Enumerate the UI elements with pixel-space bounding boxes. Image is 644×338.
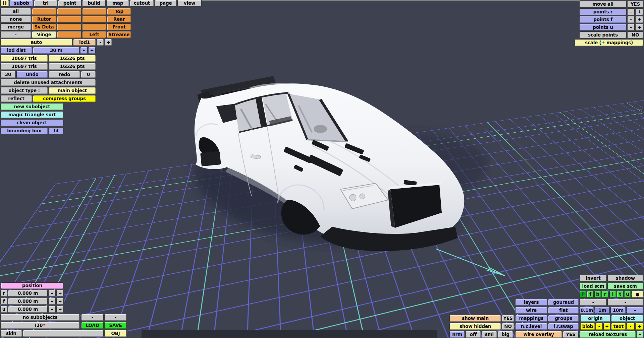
- face-t-button[interactable]: t: [617, 291, 624, 298]
- lod-plus-button[interactable]: +: [105, 39, 112, 46]
- save-button[interactable]: SAVE: [104, 322, 127, 329]
- object-button[interactable]: object: [611, 315, 643, 322]
- points-u-minus[interactable]: -: [627, 24, 635, 31]
- points-f-button[interactable]: points f: [579, 16, 627, 23]
- wire-overlay-toggle[interactable]: YES: [563, 331, 579, 338]
- points-f-plus[interactable]: +: [635, 16, 643, 23]
- text-button[interactable]: text: [611, 323, 626, 330]
- grid-size-10m-button[interactable]: 10m: [610, 307, 626, 314]
- subob-vinge[interactable]: Vinge: [32, 31, 56, 38]
- face-r-button[interactable]: r: [602, 291, 608, 298]
- menu-view[interactable]: view: [177, 0, 202, 7]
- show-main-button[interactable]: show main: [449, 315, 501, 322]
- layers-dash-button-2[interactable]: -: [607, 299, 643, 306]
- clean-object-button[interactable]: clean object: [0, 119, 64, 126]
- grid-size-01m-button[interactable]: 0.1m: [580, 307, 594, 314]
- points-r-button[interactable]: points r: [579, 8, 627, 15]
- reflect-button[interactable]: reflect: [0, 95, 32, 102]
- save-scm-button[interactable]: save scm: [607, 283, 643, 290]
- subob-rutor[interactable]: Rutor: [32, 16, 56, 23]
- gouraud-button[interactable]: gouraud: [548, 299, 579, 306]
- blob-plus-button[interactable]: +: [603, 323, 610, 330]
- undo-button[interactable]: undo: [16, 71, 48, 78]
- grid-size-1m-button[interactable]: 1m: [595, 307, 610, 314]
- grid-size-dash-button[interactable]: -: [627, 307, 643, 314]
- subobject-prev-button[interactable]: -: [81, 314, 104, 321]
- off-button[interactable]: off: [466, 331, 481, 338]
- new-subobject-button[interactable]: new subobject: [0, 103, 64, 110]
- subob-cell-empty[interactable]: [57, 8, 82, 15]
- position-f-value[interactable]: 0.000 m: [8, 298, 48, 305]
- select-all-button[interactable]: all: [0, 8, 31, 15]
- compress-groups-button[interactable]: compress groups: [33, 95, 96, 102]
- position-f-minus[interactable]: -: [48, 298, 56, 305]
- face-dot-button[interactable]: ●: [632, 291, 643, 298]
- file-name-field[interactable]: I20*: [0, 322, 80, 329]
- origin-button[interactable]: origin: [580, 315, 610, 322]
- select-dash-button[interactable]: -: [0, 31, 31, 38]
- lod-dist-plus-button[interactable]: +: [88, 47, 96, 54]
- delete-unused-attachments-button[interactable]: delete unused attachments: [0, 79, 96, 86]
- view-left-button[interactable]: Left: [82, 31, 106, 38]
- reload-textures-dash[interactable]: -: [637, 331, 643, 338]
- subob-streame[interactable]: Streame: [107, 31, 131, 38]
- wire-button[interactable]: wire: [515, 307, 547, 314]
- big-button[interactable]: big: [498, 331, 513, 338]
- view-rear-button[interactable]: Rear: [107, 16, 131, 23]
- layers-dash-button[interactable]: -: [580, 299, 607, 306]
- points-f-minus[interactable]: -: [627, 16, 635, 23]
- subob-cell-empty[interactable]: [57, 23, 82, 30]
- subob-cell-empty[interactable]: [82, 8, 106, 15]
- scale-mappings-button[interactable]: scale (+ mappings): [575, 39, 643, 46]
- magic-triangle-sort-button[interactable]: magic triangle sort: [0, 111, 64, 118]
- subob-cell-empty[interactable]: [82, 23, 106, 30]
- face-u-button[interactable]: u: [624, 291, 631, 298]
- flat-button[interactable]: flat: [548, 307, 579, 314]
- lod-minus-button[interactable]: -: [97, 39, 104, 46]
- points-u-plus[interactable]: +: [635, 24, 643, 31]
- face-f-button[interactable]: f: [587, 291, 594, 298]
- show-main-toggle[interactable]: YES: [502, 315, 514, 322]
- skin-name-field[interactable]: [23, 330, 104, 337]
- merge-button[interactable]: merge: [0, 23, 31, 30]
- lr-swap-button[interactable]: l.r.swap: [548, 323, 579, 330]
- position-r-plus[interactable]: +: [56, 290, 64, 297]
- groups-button[interactable]: groups: [548, 315, 579, 322]
- menu-map[interactable]: map: [106, 0, 129, 7]
- face-p-button[interactable]: P: [580, 291, 586, 298]
- menu-point[interactable]: point: [58, 0, 82, 7]
- subob-cell-empty[interactable]: [32, 8, 56, 15]
- invert-button[interactable]: invert: [580, 275, 607, 282]
- scale-points-button[interactable]: scale points: [579, 31, 627, 39]
- obj-format-button[interactable]: OBJ: [104, 330, 127, 337]
- bounding-box-button[interactable]: bounding box: [0, 127, 48, 134]
- scale-points-toggle[interactable]: NO: [627, 31, 643, 39]
- menu-tri[interactable]: tri: [34, 0, 57, 7]
- lod1-button[interactable]: lod1: [73, 39, 96, 46]
- subob-cell-empty[interactable]: [57, 16, 82, 23]
- lod-auto-button[interactable]: auto: [0, 39, 72, 46]
- subob-cell-empty[interactable]: [82, 16, 106, 23]
- points-r-minus[interactable]: -: [627, 8, 635, 15]
- position-u-plus[interactable]: +: [56, 306, 64, 313]
- show-hidden-button[interactable]: show hidden: [449, 323, 501, 330]
- show-hidden-toggle[interactable]: NO: [502, 323, 514, 330]
- points-r-plus[interactable]: +: [635, 8, 643, 15]
- position-u-minus[interactable]: -: [48, 306, 56, 313]
- move-all-button[interactable]: move all: [579, 1, 627, 8]
- redo-button[interactable]: redo: [49, 71, 80, 78]
- points-u-button[interactable]: points u: [579, 24, 627, 31]
- menu-cutout[interactable]: cutout: [130, 0, 154, 7]
- subob-sv-deta[interactable]: Sv Deta: [32, 23, 56, 30]
- position-u-value[interactable]: 0.000 m: [8, 306, 48, 313]
- blob-minus-button[interactable]: -: [596, 323, 603, 330]
- subobject-next-button[interactable]: -: [104, 314, 127, 321]
- nrm-button[interactable]: nrm: [449, 331, 465, 338]
- move-all-toggle[interactable]: YES: [627, 1, 643, 8]
- mappings-button[interactable]: mappings: [515, 315, 547, 322]
- view-top-button[interactable]: Top: [107, 8, 131, 15]
- subob-cell-empty[interactable]: [57, 31, 82, 38]
- load-scm-button[interactable]: load scm: [580, 283, 607, 290]
- select-none-button[interactable]: none: [0, 16, 31, 23]
- wire-overlay-button[interactable]: wire overlay: [515, 331, 562, 338]
